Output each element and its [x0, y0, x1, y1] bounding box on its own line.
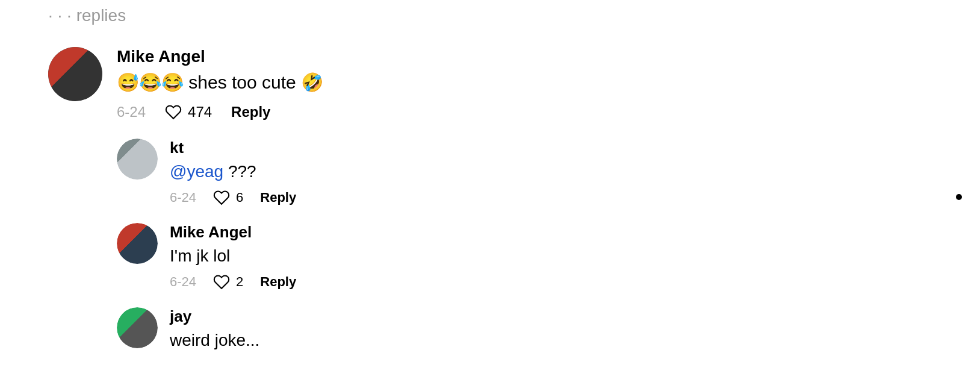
reply-1-date: 6-24	[170, 190, 196, 205]
reply-3-username: jay	[170, 307, 259, 326]
main-comment-text: 😅😂😂 shes too cute 🤣	[117, 70, 323, 95]
reply-1-like-button[interactable]: 6	[213, 189, 243, 206]
main-comment-date: 6-24	[117, 104, 146, 120]
heart-icon-reply2	[213, 274, 230, 290]
reply-1-username: kt	[170, 139, 296, 157]
replies-container: kt @yeag ??? 6-24 6 Reply	[117, 130, 932, 361]
main-comment-username: Mike Angel	[117, 47, 323, 66]
main-comment: Mike Angel 😅😂😂 shes too cute 🤣 6-24 474 …	[48, 37, 932, 130]
jay-avatar	[117, 307, 158, 348]
heart-icon	[165, 104, 182, 120]
reply-3-body: jay weird joke...	[170, 307, 259, 352]
reply-2-like-count: 2	[236, 274, 243, 290]
reply-1-text: @yeag ???	[170, 160, 296, 183]
reply-1-meta: 6-24 6 Reply	[170, 189, 296, 206]
scroll-dot-indicator	[956, 194, 962, 200]
main-comment-meta: 6-24 474 Reply	[117, 104, 323, 120]
main-comment-like-count: 474	[188, 104, 212, 120]
reply-2-reply-button[interactable]: Reply	[260, 274, 296, 290]
main-comment-like-button[interactable]: 474	[165, 104, 212, 120]
reply-1-like-count: 6	[236, 190, 243, 205]
header-label: · · · replies	[48, 6, 126, 25]
reply-2-text: I'm jk lol	[170, 244, 296, 268]
reply-2: Mike Angel I'm jk lol 6-24 2 Reply	[117, 214, 932, 299]
main-comment-body: Mike Angel 😅😂😂 shes too cute 🤣 6-24 474 …	[117, 47, 323, 120]
reply-3-text: weird joke...	[170, 328, 259, 352]
reply-2-date: 6-24	[170, 274, 196, 290]
mike-angel-avatar	[48, 47, 102, 101]
heart-icon-reply1	[213, 189, 230, 206]
reply-2-username: Mike Angel	[170, 223, 296, 242]
reply-2-like-button[interactable]: 2	[213, 274, 243, 290]
reply-2-body: Mike Angel I'm jk lol 6-24 2 Reply	[170, 223, 296, 290]
header-text: · · · replies	[48, 6, 932, 25]
reply-1-mention[interactable]: @yeag	[170, 162, 223, 181]
comment-thread: Mike Angel 😅😂😂 shes too cute 🤣 6-24 474 …	[48, 37, 932, 361]
kt-avatar	[117, 139, 158, 180]
reply-3: jay weird joke...	[117, 299, 932, 360]
reply-1-reply-button[interactable]: Reply	[260, 190, 296, 205]
main-comment-reply-button[interactable]: Reply	[231, 104, 270, 120]
mike-angel-avatar-2	[117, 223, 158, 264]
reply-2-meta: 6-24 2 Reply	[170, 274, 296, 290]
reply-1-body: kt @yeag ??? 6-24 6 Reply	[170, 139, 296, 206]
page-container: · · · replies Mike Angel 😅😂😂 shes too cu…	[0, 0, 980, 361]
reply-1: kt @yeag ??? 6-24 6 Reply	[117, 130, 932, 214]
